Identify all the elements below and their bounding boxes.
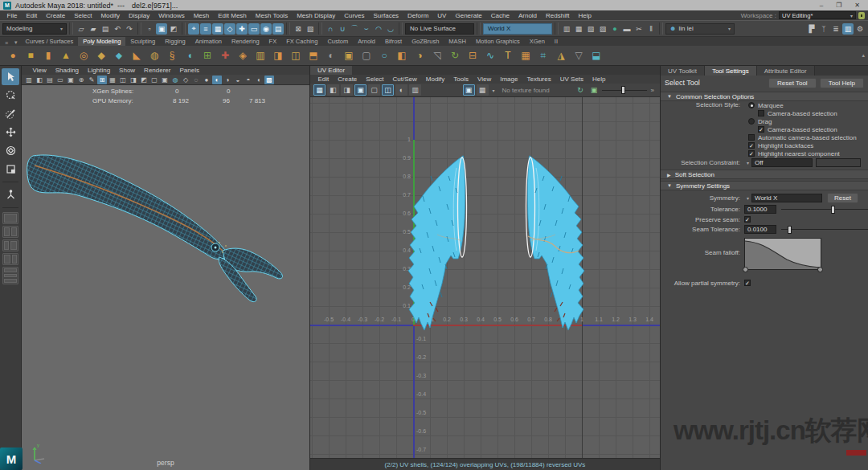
shelf-helix-icon[interactable]: § (164, 47, 180, 63)
panel-menu-item[interactable]: Panels (175, 67, 203, 74)
chevron-down-icon[interactable]: ▾ (747, 195, 749, 201)
shelf-reduce-icon[interactable]: ▽ (571, 47, 587, 63)
isolate-select-icon[interactable]: ◍ (170, 76, 180, 84)
image-plane-icon[interactable]: ▣ (66, 76, 76, 84)
shaded-icon[interactable]: ● (202, 76, 211, 84)
shelf-torus-icon[interactable]: ◎ (76, 47, 92, 63)
shelf-sphere-icon[interactable]: ● (5, 47, 21, 63)
menu-item[interactable]: Display (125, 12, 154, 19)
toggle-control[interactable] (758, 110, 764, 116)
menu-item[interactable]: Surfaces (369, 12, 403, 19)
safe-action-icon[interactable]: ▢ (149, 76, 159, 84)
uv-editor-tab[interactable]: UV Editor (310, 66, 352, 75)
multisample-aa-icon[interactable]: ▩ (264, 76, 274, 84)
menu-item[interactable]: Create (42, 12, 70, 19)
shelf-tab[interactable]: Custom (322, 37, 353, 46)
lasso-tool[interactable] (2, 87, 19, 104)
menu-item[interactable]: Redshift (542, 12, 574, 19)
mask-misc-icon[interactable]: ▤ (272, 23, 284, 35)
toggle-control[interactable] (748, 134, 755, 141)
bookmark-icon[interactable]: ▭ (55, 76, 65, 84)
panel-menu-item[interactable]: Lighting (84, 67, 115, 74)
shelf-sculpt-icon[interactable]: ◖ (182, 47, 198, 63)
shelf-tab[interactable]: MASH (444, 37, 471, 46)
menu-item[interactable]: Cache (486, 12, 514, 19)
menu-item[interactable]: Edit Mesh (214, 12, 252, 19)
character-controls-icon[interactable]: ᛉ (818, 23, 829, 35)
slider-handle[interactable] (621, 86, 625, 94)
close-button[interactable]: ✕ (854, 2, 860, 9)
menu-item[interactable]: Mesh Tools (251, 12, 292, 19)
lock-selection-icon[interactable]: ⊠ (293, 23, 304, 35)
symmetry-axis-value[interactable]: World X (751, 194, 822, 202)
single-pane-layout-button[interactable] (2, 212, 18, 224)
shelf-overflow-icon[interactable]: ▴ (862, 52, 868, 59)
snap-to-view-plane-icon[interactable]: ◠ (373, 23, 384, 35)
make-live-icon[interactable]: ◡ (385, 23, 396, 35)
panel-menu-item[interactable]: View (28, 67, 51, 74)
perspective-viewport[interactable]: XGen Splines: 0 0 GPU Memory: 8 192 96 7… (22, 85, 309, 470)
pause-viewport-icon[interactable]: ‖ (645, 23, 657, 35)
uv-edge-border-icon[interactable]: ▢ (368, 84, 380, 96)
menu-item[interactable]: File (2, 12, 22, 19)
selection-option-row[interactable]: Drag (748, 117, 868, 125)
shelf-bridge-icon[interactable]: ◫ (288, 47, 304, 63)
menu-item[interactable]: Help (574, 12, 596, 19)
shelf-tab[interactable]: FX Caching (281, 37, 322, 46)
shelf-tab[interactable]: Poly Modeling (78, 37, 125, 46)
title-bar[interactable]: M Autodesk Maya 2018: untitled* --- del2… (0, 0, 868, 10)
saved-layouts-button[interactable] (2, 267, 18, 284)
soft-selection-header[interactable]: ▶ Soft Selection (661, 170, 868, 179)
new-scene-icon[interactable]: ▱ (76, 23, 87, 35)
shelf-platonic-icon[interactable]: ⬥ (111, 47, 127, 63)
image-dim-slider[interactable] (602, 86, 647, 94)
shelf-cube-icon[interactable]: ■ (23, 47, 39, 63)
redo-icon[interactable]: ↷ (124, 23, 135, 35)
slider-handle[interactable] (831, 206, 835, 214)
menu-item[interactable]: Select (70, 12, 96, 19)
shelf-tab[interactable]: Rendering (227, 37, 264, 46)
falloff-handle[interactable] (743, 267, 748, 272)
toggle-control[interactable] (748, 142, 755, 149)
shelf-curve-icon[interactable]: ∿ (482, 47, 498, 63)
shelf-text-icon[interactable]: T (500, 47, 516, 63)
toggle-control[interactable] (748, 150, 755, 157)
uv-menu-item[interactable]: Image (496, 76, 522, 83)
maximize-button[interactable]: ❐ (836, 2, 841, 9)
shelf-tab[interactable]: FX (264, 37, 282, 46)
select-object-icon[interactable]: ▣ (156, 23, 167, 35)
snap-to-projected-center-icon[interactable]: ⌣ (361, 23, 372, 35)
shelf-lattice-icon[interactable]: ⌗ (535, 47, 551, 63)
shelf-tab[interactable]: II (550, 37, 563, 46)
channel-box-icon[interactable]: ≣ (830, 23, 841, 35)
select-component-icon[interactable]: ◩ (168, 23, 179, 35)
camera-attributes-icon[interactable]: ▤ (45, 76, 55, 84)
common-selection-options-header[interactable]: ▼ Common Selection Options (661, 92, 868, 101)
shelf-tab[interactable]: Bifrost (380, 37, 407, 46)
uv-menu-item[interactable]: Help (588, 76, 610, 83)
reset-tool-button[interactable]: Reset Tool (768, 78, 817, 88)
menu-item[interactable]: Modify (96, 12, 125, 19)
seam-tolerance-slider[interactable] (781, 226, 868, 234)
cut-icon[interactable]: ✂ (633, 23, 645, 35)
film-gate-icon[interactable]: ▦ (108, 76, 117, 84)
menu-item[interactable]: UV (433, 12, 451, 19)
shelf-connect-icon[interactable]: ⊟ (465, 47, 481, 63)
uv-shell-border-icon[interactable]: ▣ (354, 84, 366, 96)
move-tool[interactable] (2, 124, 19, 141)
sidebar-tab[interactable]: Attribute Editor (757, 66, 815, 76)
ao-icon[interactable]: ◓ (244, 76, 253, 84)
symmetry-settings-header[interactable]: ▼ Symmetry Settings (661, 181, 868, 190)
menu-item[interactable]: Mesh Display (293, 12, 340, 19)
safe-title-icon[interactable]: ▣ (160, 76, 170, 84)
squid-mesh-model[interactable] (22, 85, 309, 470)
render-settings-icon[interactable]: ▨ (597, 23, 608, 35)
sidebar-toggle-icon[interactable]: ▥ (842, 23, 854, 35)
shelf-tab[interactable]: Sculpting (125, 37, 160, 46)
uv-checker-icon[interactable]: ◐ (395, 84, 407, 96)
modeling-toolkit-icon[interactable]: ▛ (806, 23, 817, 35)
toggle-control[interactable] (748, 118, 755, 125)
shelf-pipe-icon[interactable]: ◍ (146, 47, 162, 63)
snap-to-curve-icon[interactable]: ∪ (337, 23, 348, 35)
resolution-gate-icon[interactable]: ◫ (118, 76, 128, 84)
